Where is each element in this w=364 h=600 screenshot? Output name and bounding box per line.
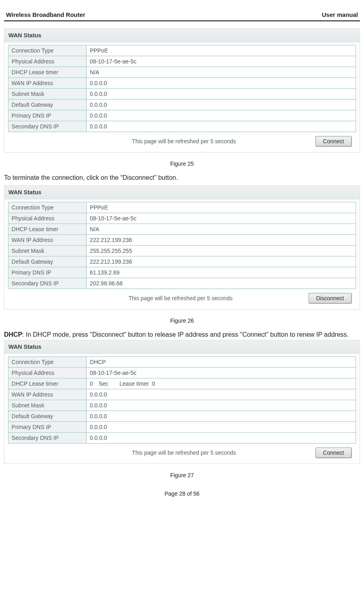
row-value: 255.255.255.255 [86, 246, 356, 256]
table-row: Physical Address08-10-17-5e-ae-5c [8, 213, 356, 224]
table-row: Secondary DNS IP0.0.0.0 [8, 121, 356, 132]
panel-title: WAN Status [4, 340, 360, 354]
row-label: Primary DNS IP [8, 267, 86, 278]
row-value: 0.0.0.0 [86, 400, 356, 411]
table-row: Connection TypePPPoE [8, 45, 356, 56]
row-label: Physical Address [8, 368, 86, 378]
refresh-text: This page will be refreshed per 5 second… [12, 295, 309, 301]
wan-status-panel-1: WAN Status Connection TypePPPoE Physical… [4, 28, 360, 153]
row-label: Secondary DNS IP [8, 433, 86, 443]
header-left: Wireless Broadband Router [6, 11, 85, 18]
row-value: DHCP [86, 357, 356, 368]
row-value: 222.212.199.236 [86, 235, 356, 246]
row-value: PPPoE [86, 202, 356, 213]
panel-title: WAN Status [4, 29, 360, 43]
row-label: Default Gateway [8, 411, 86, 422]
row-label: WAN IP Address [8, 78, 86, 89]
connect-button[interactable]: Connect [315, 447, 352, 458]
row-label: DHCP Lease timer [8, 378, 86, 389]
row-label: Primary DNS IP [8, 110, 86, 121]
table-row: Primary DNS IP61.139.2.69 [8, 267, 356, 278]
row-value: 61.139.2.69 [86, 267, 356, 278]
row-value: 08-10-17-5e-ae-5c [86, 213, 356, 224]
table-row: WAN IP Address222.212.199.236 [8, 235, 356, 246]
table-row: WAN IP Address0.0.0.0 [8, 389, 356, 400]
dhcp-text: : In DHCP mode, press "Disconnect" butto… [22, 331, 348, 338]
table-row: Primary DNS IP0.0.0.0 [8, 110, 356, 121]
table-row: Secondary DNS IP0.0.0.0 [8, 433, 356, 443]
row-label: DHCP Lease timer [8, 224, 86, 235]
panel-title: WAN Status [4, 186, 360, 199]
row-label: Secondary DNS IP [8, 278, 86, 289]
dhcp-bold: DHCP [4, 331, 22, 338]
row-value: N/A [86, 224, 356, 235]
wan-status-panel-2: WAN Status Connection TypePPPoE Physical… [4, 185, 360, 309]
row-label: Secondary DNS IP [8, 121, 86, 132]
row-value: 202.98.96.68 [86, 278, 356, 289]
table-row: DHCP Lease timer0 Sec Lease timer 0 [8, 378, 356, 389]
table-row: Connection TypePPPoE [8, 202, 356, 213]
row-value: PPPoE [86, 45, 356, 56]
table-row: Physical Address08-10-17-5e-ae-5c [8, 368, 356, 378]
page-footer: Page 28 of 56 [4, 490, 360, 497]
row-value: 0.0.0.0 [86, 121, 356, 132]
figure-caption: Figure 25 [4, 161, 360, 167]
row-value: 08-10-17-5e-ae-5c [86, 368, 356, 378]
row-value: 0.0.0.0 [86, 433, 356, 443]
row-value: 0.0.0.0 [86, 422, 356, 433]
row-value: 08-10-17-5e-ae-5c [86, 56, 356, 67]
row-label: Physical Address [8, 213, 86, 224]
table-row: Physical Address08-10-17-5e-ae-5c [8, 56, 356, 67]
row-label: WAN IP Address [8, 389, 86, 400]
row-value: 0.0.0.0 [86, 411, 356, 422]
row-label: Connection Type [8, 45, 86, 56]
wan-table: Connection TypePPPoE Physical Address08-… [8, 45, 356, 132]
row-label: Default Gateway [8, 100, 86, 110]
header-right: User manual [322, 11, 358, 18]
page-header: Wireless Broadband Router User manual [4, 11, 360, 21]
table-row: Subnet Mask0.0.0.0 [8, 89, 356, 100]
disconnect-button[interactable]: Disconnect [309, 293, 352, 303]
row-label: Physical Address [8, 56, 86, 67]
wan-table: Connection TypePPPoE Physical Address08-… [8, 202, 356, 289]
row-value: 0.0.0.0 [86, 389, 356, 400]
table-row: Default Gateway0.0.0.0 [8, 411, 356, 422]
refresh-text: This page will be refreshed per 5 second… [12, 138, 315, 144]
row-label: Connection Type [8, 357, 86, 368]
body-paragraph: DHCP: In DHCP mode, press "Disconnect" b… [4, 331, 360, 338]
row-label: Subnet Mask [8, 89, 86, 100]
row-value: N/A [86, 67, 356, 78]
table-row: Secondary DNS IP202.98.96.68 [8, 278, 356, 289]
row-label: WAN IP Address [8, 235, 86, 246]
table-row: Connection TypeDHCP [8, 357, 356, 368]
row-value: 0.0.0.0 [86, 78, 356, 89]
figure-caption: Figure 26 [4, 317, 360, 324]
wan-status-panel-3: WAN Status Connection TypeDHCP Physical … [4, 340, 360, 464]
row-value: 0.0.0.0 [86, 100, 356, 110]
connect-button[interactable]: Connect [315, 136, 352, 146]
table-row: DHCP Lease timerN/A [8, 224, 356, 235]
wan-table: Connection TypeDHCP Physical Address08-1… [8, 356, 356, 443]
body-paragraph: To terminate the connection, click on th… [4, 174, 360, 181]
row-value: 0 Sec Lease timer 0 [86, 378, 356, 389]
table-row: DHCP Lease timerN/A [8, 67, 356, 78]
table-row: Subnet Mask0.0.0.0 [8, 400, 356, 411]
table-row: Primary DNS IP0.0.0.0 [8, 422, 356, 433]
row-label: DHCP Lease timer [8, 67, 86, 78]
row-label: Subnet Mask [8, 246, 86, 256]
row-label: Default Gateway [8, 256, 86, 267]
table-row: WAN IP Address0.0.0.0 [8, 78, 356, 89]
row-value: 222.212.199.236 [86, 256, 356, 267]
row-label: Primary DNS IP [8, 422, 86, 433]
row-label: Subnet Mask [8, 400, 86, 411]
table-row: Default Gateway0.0.0.0 [8, 100, 356, 110]
refresh-text: This page will be refreshed per 5 second… [12, 449, 315, 456]
table-row: Subnet Mask255.255.255.255 [8, 246, 356, 256]
row-value: 0.0.0.0 [86, 89, 356, 100]
table-row: Default Gateway222.212.199.236 [8, 256, 356, 267]
row-value: 0.0.0.0 [86, 110, 356, 121]
row-label: Connection Type [8, 202, 86, 213]
figure-caption: Figure 27 [4, 472, 360, 478]
